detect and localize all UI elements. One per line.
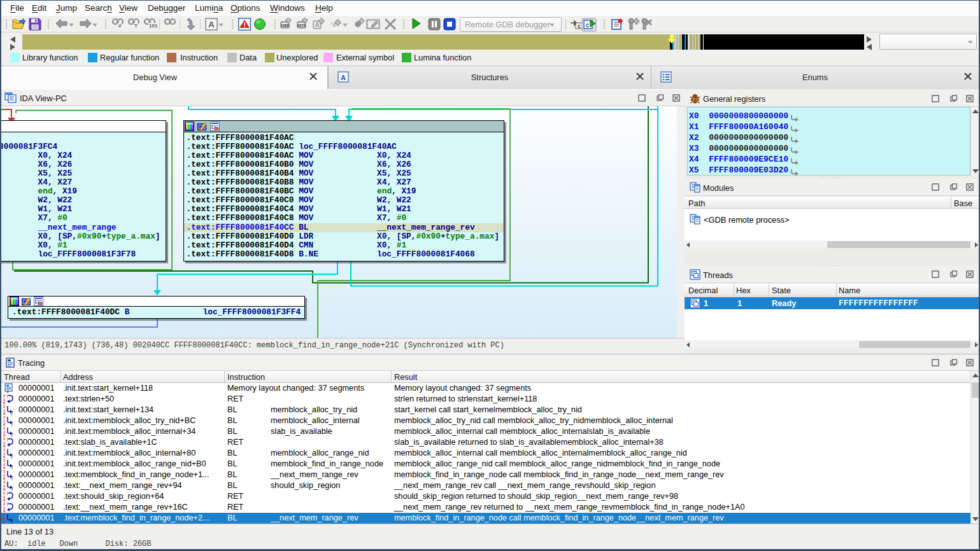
- svg-text:f: f: [11, 476, 13, 480]
- svg-text:A: A: [315, 22, 320, 29]
- svg-text:c: c: [578, 23, 581, 29]
- svg-text:c: c: [586, 22, 590, 29]
- svg-text:f: f: [11, 454, 13, 459]
- svg-text:CODE: CODE: [281, 24, 290, 28]
- svg-text:A: A: [208, 20, 215, 29]
- svg-text:f: f: [11, 433, 13, 437]
- svg-text:f: f: [11, 422, 13, 426]
- svg-text:DATA: DATA: [297, 24, 306, 28]
- svg-text:f: f: [11, 411, 13, 415]
- svg-text:f: f: [11, 519, 13, 524]
- svg-text:f: f: [11, 465, 13, 470]
- svg-text:f: f: [11, 487, 13, 491]
